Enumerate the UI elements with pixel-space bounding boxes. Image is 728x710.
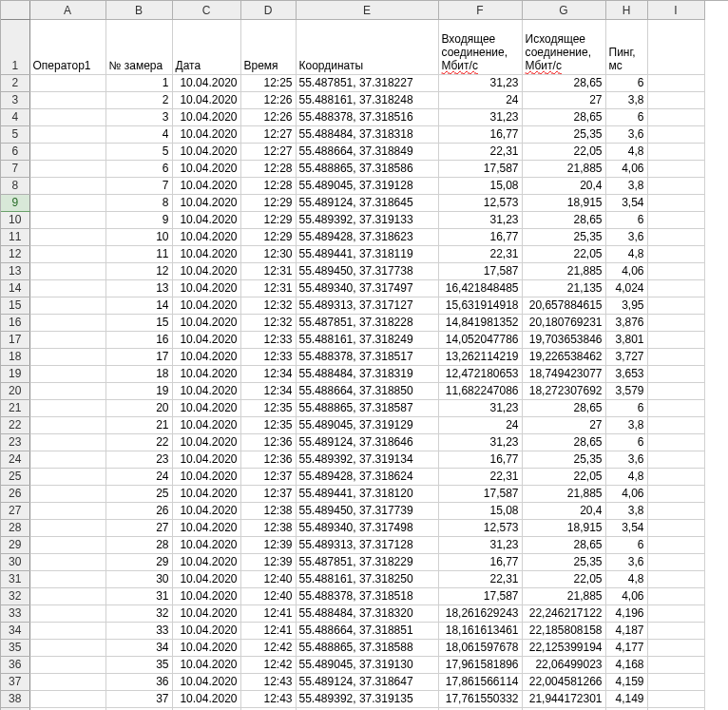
cell-D33[interactable]: 12:41 bbox=[240, 604, 296, 622]
cell-G32[interactable]: 21,885 bbox=[522, 587, 605, 604]
cell-D27[interactable]: 12:38 bbox=[240, 502, 296, 519]
cell-C11[interactable]: 10.04.2020 bbox=[172, 228, 240, 245]
row-header-29[interactable]: 29 bbox=[1, 536, 29, 553]
cell-B12[interactable]: 11 bbox=[105, 245, 172, 262]
cell-E24[interactable]: 55.489392, 37.319134 bbox=[296, 451, 438, 468]
cell-F21[interactable]: 31,23 bbox=[438, 399, 522, 416]
col-header-G[interactable]: G bbox=[522, 1, 605, 19]
cell-F37[interactable]: 17,861566114 bbox=[438, 673, 522, 690]
cell-A15[interactable] bbox=[29, 297, 105, 314]
cell-B8[interactable]: 7 bbox=[105, 177, 172, 194]
cell-E3[interactable]: 55.488161, 37.318248 bbox=[296, 91, 438, 108]
cell-D12[interactable]: 12:30 bbox=[240, 245, 296, 262]
cell-E5[interactable]: 55.488484, 37.318318 bbox=[296, 125, 438, 143]
row-header-35[interactable]: 35 bbox=[1, 639, 29, 656]
cell-I37[interactable] bbox=[647, 673, 704, 690]
cell-E38[interactable]: 55.489392, 37.319135 bbox=[296, 690, 438, 707]
row-header-37[interactable]: 37 bbox=[1, 673, 29, 690]
cell-C17[interactable]: 10.04.2020 bbox=[172, 331, 240, 348]
cell-F12[interactable]: 22,31 bbox=[438, 245, 522, 262]
col-header-D[interactable]: D bbox=[240, 1, 296, 19]
cell-H19[interactable]: 3,653 bbox=[605, 365, 647, 382]
cell-I3[interactable] bbox=[647, 91, 704, 108]
cell-C6[interactable]: 10.04.2020 bbox=[172, 143, 240, 160]
cell-I33[interactable] bbox=[647, 604, 704, 622]
cell-G17[interactable]: 19,703653846 bbox=[522, 331, 605, 348]
cell-A11[interactable] bbox=[29, 228, 105, 245]
cell-E33[interactable]: 55.488484, 37.318320 bbox=[296, 604, 438, 622]
cell-H37[interactable]: 4,159 bbox=[605, 673, 647, 690]
cell-A27[interactable] bbox=[29, 502, 105, 519]
cell-E27[interactable]: 55.489450, 37.317739 bbox=[296, 502, 438, 519]
cell-H18[interactable]: 3,727 bbox=[605, 348, 647, 365]
cell-A7[interactable] bbox=[29, 160, 105, 177]
row-header-24[interactable]: 24 bbox=[1, 451, 29, 468]
cell-F8[interactable]: 15,08 bbox=[438, 177, 522, 194]
cell-A24[interactable] bbox=[29, 451, 105, 468]
cell-A4[interactable] bbox=[29, 108, 105, 125]
cell-F29[interactable]: 31,23 bbox=[438, 536, 522, 553]
cell-H28[interactable]: 3,54 bbox=[605, 519, 647, 536]
cell-F35[interactable]: 18,061597678 bbox=[438, 639, 522, 656]
cell-B27[interactable]: 26 bbox=[105, 502, 172, 519]
cell-D7[interactable]: 12:28 bbox=[240, 160, 296, 177]
cell-C2[interactable]: 10.04.2020 bbox=[172, 74, 240, 91]
cell-E6[interactable]: 55.488664, 37.318849 bbox=[296, 143, 438, 160]
cell-F2[interactable]: 31,23 bbox=[438, 74, 522, 91]
col-header-E[interactable]: E bbox=[296, 1, 438, 19]
cell-F16[interactable]: 14,841981352 bbox=[438, 314, 522, 331]
cell-H27[interactable]: 3,8 bbox=[605, 502, 647, 519]
cell-F36[interactable]: 17,961581896 bbox=[438, 656, 522, 673]
cell-I14[interactable] bbox=[647, 279, 704, 297]
row-header-10[interactable]: 10 bbox=[1, 211, 29, 228]
cell-A34[interactable] bbox=[29, 622, 105, 639]
cell-B33[interactable]: 32 bbox=[105, 604, 172, 622]
cell-B26[interactable]: 25 bbox=[105, 485, 172, 502]
cell-F33[interactable]: 18,261629243 bbox=[438, 604, 522, 622]
cell-F31[interactable]: 22,31 bbox=[438, 570, 522, 587]
col-header-A[interactable]: A bbox=[29, 1, 105, 19]
cell-D14[interactable]: 12:31 bbox=[240, 279, 296, 297]
cell-I7[interactable] bbox=[647, 160, 704, 177]
cell-E32[interactable]: 55.488378, 37.318518 bbox=[296, 587, 438, 604]
cell-F4[interactable]: 31,23 bbox=[438, 108, 522, 125]
cell-G13[interactable]: 21,885 bbox=[522, 262, 605, 279]
cell-E10[interactable]: 55.489392, 37.319133 bbox=[296, 211, 438, 228]
row-header-28[interactable]: 28 bbox=[1, 519, 29, 536]
cell-B25[interactable]: 24 bbox=[105, 468, 172, 485]
cell-B18[interactable]: 17 bbox=[105, 348, 172, 365]
cell-D4[interactable]: 12:26 bbox=[240, 108, 296, 125]
col-header-H[interactable]: H bbox=[605, 1, 647, 19]
row-header-11[interactable]: 11 bbox=[1, 228, 29, 245]
cell-A3[interactable] bbox=[29, 91, 105, 108]
cell-G7[interactable]: 21,885 bbox=[522, 160, 605, 177]
cell-H36[interactable]: 4,168 bbox=[605, 656, 647, 673]
cell-G8[interactable]: 20,4 bbox=[522, 177, 605, 194]
cell-C35[interactable]: 10.04.2020 bbox=[172, 639, 240, 656]
row-header-5[interactable]: 5 bbox=[1, 125, 29, 143]
cell-C3[interactable]: 10.04.2020 bbox=[172, 91, 240, 108]
cell-G21[interactable]: 28,65 bbox=[522, 399, 605, 416]
cell-F23[interactable]: 31,23 bbox=[438, 433, 522, 451]
col-header-F[interactable]: F bbox=[438, 1, 522, 19]
cell-B35[interactable]: 34 bbox=[105, 639, 172, 656]
cell-B37[interactable]: 36 bbox=[105, 673, 172, 690]
cell-F25[interactable]: 22,31 bbox=[438, 468, 522, 485]
cell-H21[interactable]: 6 bbox=[605, 399, 647, 416]
cell-A35[interactable] bbox=[29, 639, 105, 656]
row-header-13[interactable]: 13 bbox=[1, 262, 29, 279]
cell-E18[interactable]: 55.488378, 37.318517 bbox=[296, 348, 438, 365]
cell-C28[interactable]: 10.04.2020 bbox=[172, 519, 240, 536]
cell-C22[interactable]: 10.04.2020 bbox=[172, 416, 240, 433]
cell-A29[interactable] bbox=[29, 536, 105, 553]
cell-I4[interactable] bbox=[647, 108, 704, 125]
cell-E15[interactable]: 55.489313, 37.317127 bbox=[296, 297, 438, 314]
row-header-19[interactable]: 19 bbox=[1, 365, 29, 382]
cell-I10[interactable] bbox=[647, 211, 704, 228]
cell-G31[interactable]: 22,05 bbox=[522, 570, 605, 587]
cell-E19[interactable]: 55.488484, 37.318319 bbox=[296, 365, 438, 382]
cell-H9[interactable]: 3,54 bbox=[605, 194, 647, 211]
cell-B36[interactable]: 35 bbox=[105, 656, 172, 673]
cell-F11[interactable]: 16,77 bbox=[438, 228, 522, 245]
cell-C5[interactable]: 10.04.2020 bbox=[172, 125, 240, 143]
